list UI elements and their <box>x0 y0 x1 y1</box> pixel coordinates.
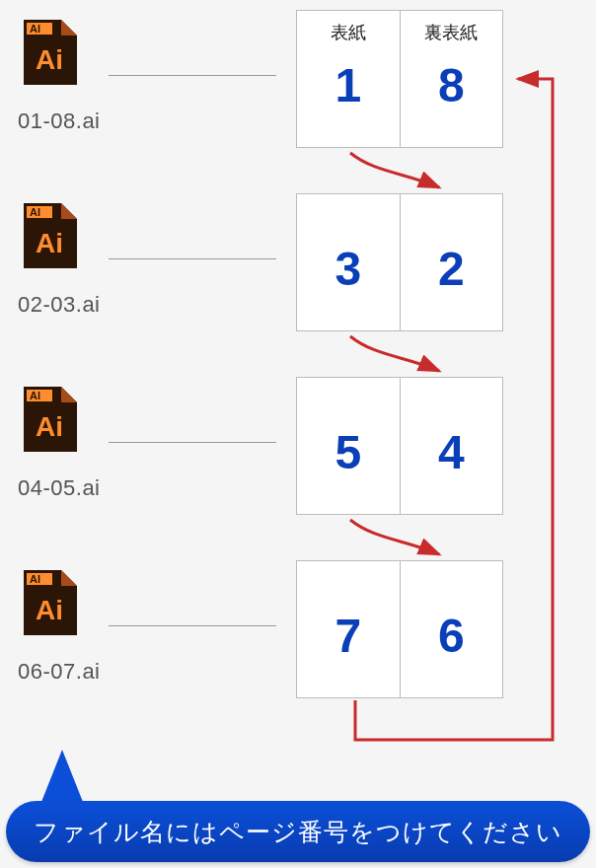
spread-2: 3 2 <box>296 193 503 331</box>
ai-badge-label: AI <box>30 390 40 401</box>
ai-badge-label: AI <box>30 573 40 585</box>
ai-icon-text: Ai <box>36 44 63 75</box>
filename-2: 02-03.ai <box>18 292 101 318</box>
page-5: 5 <box>297 378 400 514</box>
page-number: 6 <box>438 609 465 663</box>
page-3: 3 <box>297 194 400 330</box>
page-header-back: 裏表紙 <box>424 21 478 44</box>
callout-text: ファイル名にはページ番号をつけてください <box>34 816 562 848</box>
filename-3: 04-05.ai <box>18 475 101 501</box>
page-8: 裏表紙 8 <box>400 11 503 147</box>
ai-file-icon: AI Ai <box>24 20 77 85</box>
page-number: 2 <box>438 242 465 296</box>
ai-file-icon: AI Ai <box>24 570 77 635</box>
filename-4: 06-07.ai <box>18 659 101 685</box>
page-number: 8 <box>438 58 465 112</box>
flow-arrow-icon <box>345 148 464 197</box>
page-2: 2 <box>400 194 503 330</box>
page-7: 7 <box>297 561 400 697</box>
page-number: 1 <box>335 58 361 112</box>
ai-icon-text: Ai <box>36 595 63 625</box>
page-number: 4 <box>438 425 465 479</box>
ai-file-icon: AI Ai <box>24 203 77 268</box>
ai-file-icon: AI Ai <box>24 387 77 452</box>
page-6: 6 <box>400 561 503 697</box>
ai-icon-text: Ai <box>36 411 63 442</box>
spread-1: 表紙 1 裏表紙 8 <box>296 10 503 148</box>
spread-3: 5 4 <box>296 377 503 515</box>
page-number: 7 <box>335 609 361 663</box>
page-4: 4 <box>400 378 503 514</box>
ai-badge-label: AI <box>30 23 40 35</box>
connector-line <box>109 75 276 76</box>
page-header-front: 表紙 <box>331 21 366 44</box>
filename-1: 01-08.ai <box>18 108 101 134</box>
ai-badge-label: AI <box>30 206 40 218</box>
flow-arrow-icon <box>345 331 464 381</box>
connector-line <box>109 442 276 443</box>
connector-line <box>109 625 276 626</box>
callout-banner: ファイル名にはページ番号をつけてください <box>6 801 590 862</box>
spread-4: 7 6 <box>296 560 503 698</box>
page-number: 5 <box>335 425 361 479</box>
connector-line <box>109 258 276 259</box>
page-1: 表紙 1 <box>297 11 400 147</box>
callout-pointer-icon <box>39 750 85 807</box>
flow-arrow-icon <box>345 515 464 564</box>
page-number: 3 <box>335 242 361 296</box>
ai-icon-text: Ai <box>36 228 63 258</box>
